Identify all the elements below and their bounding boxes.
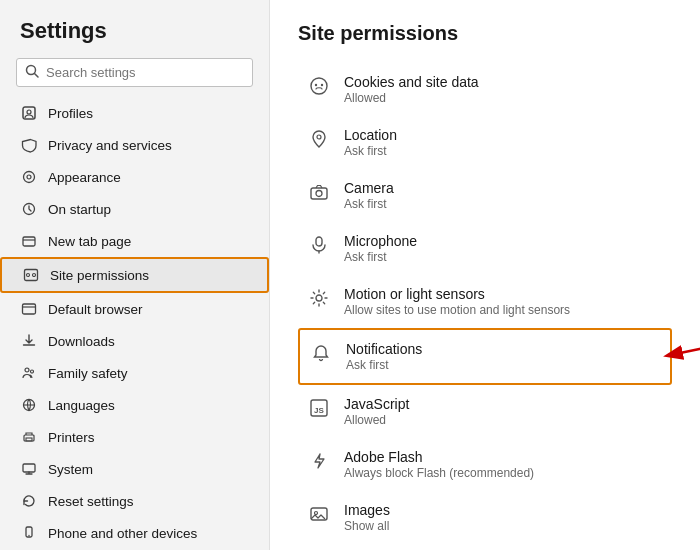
svg-rect-7 — [23, 237, 35, 246]
search-icon — [25, 64, 39, 81]
sidebar-item-label-system: System — [48, 462, 93, 477]
sidebar-item-label-familysafety: Family safety — [48, 366, 128, 381]
search-input[interactable] — [46, 65, 244, 80]
sidebar-item-languages[interactable]: Languages — [0, 389, 269, 421]
sidebar-item-familysafety[interactable]: Family safety — [0, 357, 269, 389]
downloads-icon — [20, 332, 38, 350]
svg-rect-16 — [26, 438, 32, 441]
permission-item-microphone[interactable]: MicrophoneAsk first — [298, 222, 672, 275]
startup-icon — [20, 200, 38, 218]
perm-title-flash: Adobe Flash — [344, 449, 534, 465]
permission-item-motion[interactable]: Motion or light sensorsAllow sites to us… — [298, 275, 672, 328]
sidebar-item-label-newtab: New tab page — [48, 234, 131, 249]
perm-sub-microphone: Ask first — [344, 250, 417, 264]
perm-sub-images: Show all — [344, 519, 390, 533]
svg-point-10 — [33, 274, 36, 277]
sidebar-title: Settings — [0, 18, 269, 58]
perm-text-javascript: JavaScriptAllowed — [344, 396, 409, 427]
perm-sub-camera: Ask first — [344, 197, 394, 211]
sidebar-item-label-startup: On startup — [48, 202, 111, 217]
svg-point-30 — [316, 295, 322, 301]
perm-text-microphone: MicrophoneAsk first — [344, 233, 417, 264]
location-perm-icon — [308, 128, 330, 150]
sidebar-item-label-defaultbrowser: Default browser — [48, 302, 143, 317]
system-icon — [20, 460, 38, 478]
perm-title-images: Images — [344, 502, 390, 518]
sidebar-item-downloads[interactable]: Downloads — [0, 325, 269, 357]
sidebar-item-label-appearance: Appearance — [48, 170, 121, 185]
sidebar-item-system[interactable]: System — [0, 453, 269, 485]
perm-sub-notifications: Ask first — [346, 358, 422, 372]
languages-icon — [20, 396, 38, 414]
sidebar-item-newtab[interactable]: New tab page — [0, 225, 269, 257]
permission-item-cookies[interactable]: Cookies and site dataAllowed — [298, 63, 672, 116]
appearance-icon — [20, 168, 38, 186]
flash-perm-icon — [308, 450, 330, 472]
sidebar-item-reset[interactable]: Reset settings — [0, 485, 269, 517]
perm-title-javascript: JavaScript — [344, 396, 409, 412]
phone-icon — [20, 524, 38, 542]
perm-sub-motion: Allow sites to use motion and light sens… — [344, 303, 570, 317]
svg-point-9 — [27, 274, 30, 277]
perm-text-flash: Adobe FlashAlways block Flash (recommend… — [344, 449, 534, 480]
permission-item-location[interactable]: LocationAsk first — [298, 116, 672, 169]
sidebar-item-defaultbrowser[interactable]: Default browser — [0, 293, 269, 325]
perm-sub-cookies: Allowed — [344, 91, 479, 105]
permission-item-images[interactable]: ImagesShow all — [298, 491, 672, 544]
sidebar-item-label-printers: Printers — [48, 430, 95, 445]
sidebar-item-label-siteperm: Site permissions — [50, 268, 149, 283]
svg-rect-28 — [316, 237, 322, 246]
svg-point-25 — [317, 135, 321, 139]
svg-point-4 — [24, 172, 35, 183]
reset-icon — [20, 492, 38, 510]
sidebar-item-printers[interactable]: Printers — [0, 421, 269, 453]
sidebar-item-label-reset: Reset settings — [48, 494, 134, 509]
family-icon — [20, 364, 38, 382]
browser-icon — [20, 300, 38, 318]
permission-item-flash[interactable]: Adobe FlashAlways block Flash (recommend… — [298, 438, 672, 491]
sidebar-item-label-downloads: Downloads — [48, 334, 115, 349]
perm-title-location: Location — [344, 127, 397, 143]
sidebar: Settings ProfilesPrivacy and servicesApp… — [0, 0, 270, 550]
sidebar-item-privacy[interactable]: Privacy and services — [0, 129, 269, 161]
sidebar-item-startup[interactable]: On startup — [0, 193, 269, 225]
motion-perm-icon — [308, 287, 330, 309]
sidebar-item-label-profiles: Profiles — [48, 106, 93, 121]
sidebar-item-appearance[interactable]: Appearance — [0, 161, 269, 193]
siteperm-icon — [22, 266, 40, 284]
permission-item-javascript[interactable]: JSJavaScriptAllowed — [298, 385, 672, 438]
sidebar-item-label-languages: Languages — [48, 398, 115, 413]
profile-icon — [20, 104, 38, 122]
svg-point-23 — [315, 84, 317, 86]
sidebar-item-label-phone: Phone and other devices — [48, 526, 197, 541]
svg-line-1 — [35, 74, 39, 78]
perm-title-cookies: Cookies and site data — [344, 74, 479, 90]
svg-point-13 — [31, 370, 34, 373]
svg-point-3 — [27, 110, 31, 114]
permission-item-notifications[interactable]: NotificationsAsk first — [298, 328, 672, 385]
cookies-perm-icon — [308, 75, 330, 97]
search-box[interactable] — [16, 58, 253, 87]
svg-rect-26 — [311, 188, 327, 199]
permission-item-camera[interactable]: CameraAsk first — [298, 169, 672, 222]
perm-text-images: ImagesShow all — [344, 502, 390, 533]
perm-title-microphone: Microphone — [344, 233, 417, 249]
newtab-icon — [20, 232, 38, 250]
perm-sub-flash: Always block Flash (recommended) — [344, 466, 534, 480]
svg-text:JS: JS — [314, 406, 324, 415]
svg-point-19 — [28, 535, 29, 536]
permissions-list: Cookies and site dataAllowedLocationAsk … — [298, 63, 672, 544]
svg-rect-17 — [23, 464, 35, 472]
sidebar-item-profiles[interactable]: Profiles — [0, 97, 269, 129]
content-title: Site permissions — [298, 22, 672, 45]
images-perm-icon — [308, 503, 330, 525]
perm-title-camera: Camera — [344, 180, 394, 196]
svg-point-24 — [321, 84, 323, 86]
svg-point-12 — [25, 368, 29, 372]
sidebar-item-phone[interactable]: Phone and other devices — [0, 517, 269, 549]
sidebar-item-label-privacy: Privacy and services — [48, 138, 172, 153]
notifications-perm-icon — [310, 342, 332, 364]
sidebar-item-siteperm[interactable]: Site permissions — [0, 257, 269, 293]
perm-sub-javascript: Allowed — [344, 413, 409, 427]
microphone-perm-icon — [308, 234, 330, 256]
